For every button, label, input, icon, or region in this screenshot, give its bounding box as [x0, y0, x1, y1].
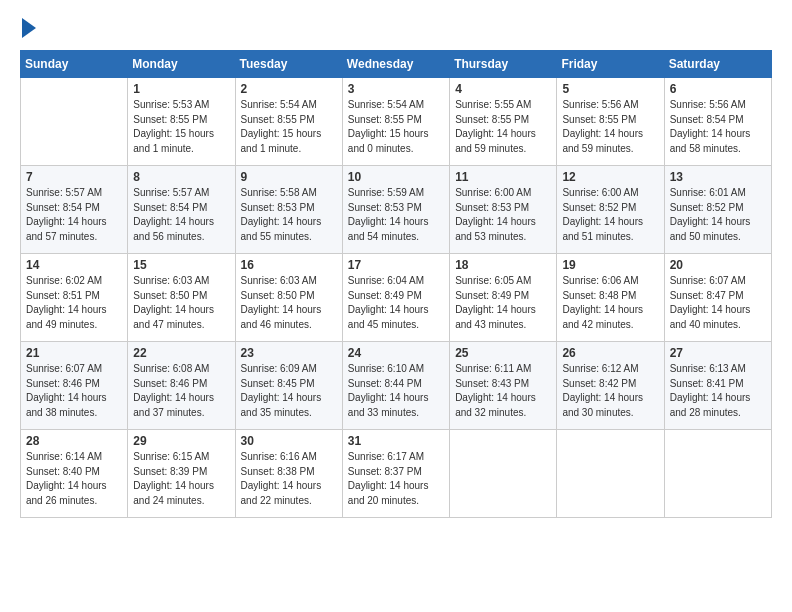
calendar-cell [557, 430, 664, 518]
weekday-header-thursday: Thursday [450, 51, 557, 78]
calendar-cell: 12Sunrise: 6:00 AM Sunset: 8:52 PM Dayli… [557, 166, 664, 254]
day-number: 14 [26, 258, 122, 272]
day-info: Sunrise: 6:00 AM Sunset: 8:52 PM Dayligh… [562, 186, 658, 244]
calendar-cell: 8Sunrise: 5:57 AM Sunset: 8:54 PM Daylig… [128, 166, 235, 254]
calendar-cell: 26Sunrise: 6:12 AM Sunset: 8:42 PM Dayli… [557, 342, 664, 430]
day-info: Sunrise: 5:57 AM Sunset: 8:54 PM Dayligh… [133, 186, 229, 244]
calendar-cell: 25Sunrise: 6:11 AM Sunset: 8:43 PM Dayli… [450, 342, 557, 430]
calendar-cell: 11Sunrise: 6:00 AM Sunset: 8:53 PM Dayli… [450, 166, 557, 254]
day-info: Sunrise: 6:07 AM Sunset: 8:47 PM Dayligh… [670, 274, 766, 332]
calendar-cell: 22Sunrise: 6:08 AM Sunset: 8:46 PM Dayli… [128, 342, 235, 430]
day-number: 6 [670, 82, 766, 96]
day-number: 26 [562, 346, 658, 360]
day-info: Sunrise: 5:59 AM Sunset: 8:53 PM Dayligh… [348, 186, 444, 244]
calendar-week-2: 7Sunrise: 5:57 AM Sunset: 8:54 PM Daylig… [21, 166, 772, 254]
calendar-cell: 18Sunrise: 6:05 AM Sunset: 8:49 PM Dayli… [450, 254, 557, 342]
page-header [20, 16, 772, 38]
calendar-cell: 6Sunrise: 5:56 AM Sunset: 8:54 PM Daylig… [664, 78, 771, 166]
day-info: Sunrise: 5:58 AM Sunset: 8:53 PM Dayligh… [241, 186, 337, 244]
day-number: 28 [26, 434, 122, 448]
calendar-cell: 19Sunrise: 6:06 AM Sunset: 8:48 PM Dayli… [557, 254, 664, 342]
day-info: Sunrise: 5:53 AM Sunset: 8:55 PM Dayligh… [133, 98, 229, 156]
day-number: 15 [133, 258, 229, 272]
day-number: 9 [241, 170, 337, 184]
day-number: 19 [562, 258, 658, 272]
calendar-cell: 5Sunrise: 5:56 AM Sunset: 8:55 PM Daylig… [557, 78, 664, 166]
calendar-cell: 28Sunrise: 6:14 AM Sunset: 8:40 PM Dayli… [21, 430, 128, 518]
calendar-cell: 20Sunrise: 6:07 AM Sunset: 8:47 PM Dayli… [664, 254, 771, 342]
day-number: 2 [241, 82, 337, 96]
day-info: Sunrise: 6:15 AM Sunset: 8:39 PM Dayligh… [133, 450, 229, 508]
calendar-cell: 10Sunrise: 5:59 AM Sunset: 8:53 PM Dayli… [342, 166, 449, 254]
calendar-cell: 29Sunrise: 6:15 AM Sunset: 8:39 PM Dayli… [128, 430, 235, 518]
day-number: 8 [133, 170, 229, 184]
day-number: 24 [348, 346, 444, 360]
calendar-week-5: 28Sunrise: 6:14 AM Sunset: 8:40 PM Dayli… [21, 430, 772, 518]
calendar-cell: 27Sunrise: 6:13 AM Sunset: 8:41 PM Dayli… [664, 342, 771, 430]
calendar-cell: 23Sunrise: 6:09 AM Sunset: 8:45 PM Dayli… [235, 342, 342, 430]
day-info: Sunrise: 6:16 AM Sunset: 8:38 PM Dayligh… [241, 450, 337, 508]
day-info: Sunrise: 5:56 AM Sunset: 8:54 PM Dayligh… [670, 98, 766, 156]
calendar-cell: 3Sunrise: 5:54 AM Sunset: 8:55 PM Daylig… [342, 78, 449, 166]
day-info: Sunrise: 6:09 AM Sunset: 8:45 PM Dayligh… [241, 362, 337, 420]
calendar-cell: 15Sunrise: 6:03 AM Sunset: 8:50 PM Dayli… [128, 254, 235, 342]
calendar-week-1: 1Sunrise: 5:53 AM Sunset: 8:55 PM Daylig… [21, 78, 772, 166]
day-number: 10 [348, 170, 444, 184]
calendar-cell: 21Sunrise: 6:07 AM Sunset: 8:46 PM Dayli… [21, 342, 128, 430]
day-number: 16 [241, 258, 337, 272]
calendar-cell: 13Sunrise: 6:01 AM Sunset: 8:52 PM Dayli… [664, 166, 771, 254]
calendar-cell [21, 78, 128, 166]
day-info: Sunrise: 6:08 AM Sunset: 8:46 PM Dayligh… [133, 362, 229, 420]
calendar-week-3: 14Sunrise: 6:02 AM Sunset: 8:51 PM Dayli… [21, 254, 772, 342]
weekday-header-monday: Monday [128, 51, 235, 78]
logo-arrow-icon [22, 18, 36, 38]
day-number: 31 [348, 434, 444, 448]
weekday-header-saturday: Saturday [664, 51, 771, 78]
day-number: 27 [670, 346, 766, 360]
day-number: 4 [455, 82, 551, 96]
day-info: Sunrise: 6:13 AM Sunset: 8:41 PM Dayligh… [670, 362, 766, 420]
day-number: 5 [562, 82, 658, 96]
calendar-cell: 1Sunrise: 5:53 AM Sunset: 8:55 PM Daylig… [128, 78, 235, 166]
day-info: Sunrise: 6:07 AM Sunset: 8:46 PM Dayligh… [26, 362, 122, 420]
day-info: Sunrise: 5:56 AM Sunset: 8:55 PM Dayligh… [562, 98, 658, 156]
calendar-cell: 14Sunrise: 6:02 AM Sunset: 8:51 PM Dayli… [21, 254, 128, 342]
day-info: Sunrise: 6:11 AM Sunset: 8:43 PM Dayligh… [455, 362, 551, 420]
weekday-header-wednesday: Wednesday [342, 51, 449, 78]
weekday-header-friday: Friday [557, 51, 664, 78]
day-number: 3 [348, 82, 444, 96]
weekday-header-sunday: Sunday [21, 51, 128, 78]
day-info: Sunrise: 6:01 AM Sunset: 8:52 PM Dayligh… [670, 186, 766, 244]
weekday-header-tuesday: Tuesday [235, 51, 342, 78]
logo [20, 16, 36, 38]
day-info: Sunrise: 6:03 AM Sunset: 8:50 PM Dayligh… [133, 274, 229, 332]
day-info: Sunrise: 5:57 AM Sunset: 8:54 PM Dayligh… [26, 186, 122, 244]
day-info: Sunrise: 6:06 AM Sunset: 8:48 PM Dayligh… [562, 274, 658, 332]
day-info: Sunrise: 5:55 AM Sunset: 8:55 PM Dayligh… [455, 98, 551, 156]
calendar-cell: 4Sunrise: 5:55 AM Sunset: 8:55 PM Daylig… [450, 78, 557, 166]
day-info: Sunrise: 6:05 AM Sunset: 8:49 PM Dayligh… [455, 274, 551, 332]
calendar-cell [450, 430, 557, 518]
calendar-header-row: SundayMondayTuesdayWednesdayThursdayFrid… [21, 51, 772, 78]
calendar-cell: 16Sunrise: 6:03 AM Sunset: 8:50 PM Dayli… [235, 254, 342, 342]
day-number: 1 [133, 82, 229, 96]
calendar-cell: 31Sunrise: 6:17 AM Sunset: 8:37 PM Dayli… [342, 430, 449, 518]
day-number: 13 [670, 170, 766, 184]
calendar-table: SundayMondayTuesdayWednesdayThursdayFrid… [20, 50, 772, 518]
day-info: Sunrise: 5:54 AM Sunset: 8:55 PM Dayligh… [348, 98, 444, 156]
day-number: 22 [133, 346, 229, 360]
day-info: Sunrise: 6:17 AM Sunset: 8:37 PM Dayligh… [348, 450, 444, 508]
calendar-cell [664, 430, 771, 518]
day-number: 7 [26, 170, 122, 184]
day-number: 20 [670, 258, 766, 272]
calendar-cell: 24Sunrise: 6:10 AM Sunset: 8:44 PM Dayli… [342, 342, 449, 430]
day-info: Sunrise: 6:14 AM Sunset: 8:40 PM Dayligh… [26, 450, 122, 508]
day-number: 18 [455, 258, 551, 272]
day-number: 17 [348, 258, 444, 272]
day-number: 21 [26, 346, 122, 360]
calendar-week-4: 21Sunrise: 6:07 AM Sunset: 8:46 PM Dayli… [21, 342, 772, 430]
day-number: 11 [455, 170, 551, 184]
calendar-cell: 7Sunrise: 5:57 AM Sunset: 8:54 PM Daylig… [21, 166, 128, 254]
calendar-cell: 2Sunrise: 5:54 AM Sunset: 8:55 PM Daylig… [235, 78, 342, 166]
day-info: Sunrise: 6:03 AM Sunset: 8:50 PM Dayligh… [241, 274, 337, 332]
